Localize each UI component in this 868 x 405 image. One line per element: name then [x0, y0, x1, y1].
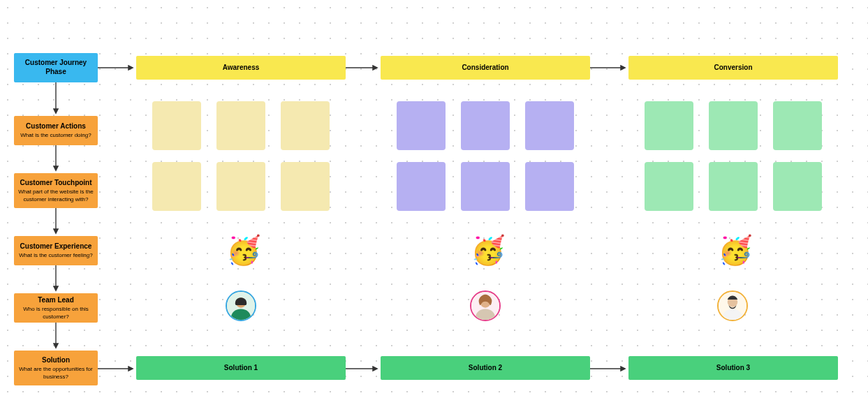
sticky-consideration-touchpoint-3[interactable]	[525, 162, 574, 211]
phase-conversion[interactable]: Conversion	[628, 56, 838, 80]
row-customer-experience[interactable]: Customer Experience What is the customer…	[14, 236, 98, 265]
arrow-down-4	[55, 265, 57, 293]
sticky-awareness-action-1[interactable]	[152, 101, 201, 150]
sticky-conversion-action-1[interactable]	[645, 101, 693, 150]
sticky-conversion-action-2[interactable]	[709, 101, 758, 150]
row-teamlead-sub: Who is responsible on this customer?	[14, 306, 98, 321]
sticky-awareness-action-2[interactable]	[216, 101, 265, 150]
avatar-awareness[interactable]	[226, 290, 256, 321]
arrow-down-2	[55, 145, 57, 173]
arrow-down-3	[55, 208, 57, 236]
solution-2-label: Solution 2	[469, 363, 502, 372]
row-solution[interactable]: Solution What are the opportunities for …	[14, 351, 98, 385]
row-customer-touchpoint[interactable]: Customer Touchpoint What part of the web…	[14, 173, 98, 208]
journey-phase-label[interactable]: Customer Journey Phase	[14, 53, 98, 82]
sticky-awareness-touchpoint-1[interactable]	[152, 162, 201, 211]
avatar-consideration[interactable]	[470, 290, 501, 321]
sticky-awareness-touchpoint-2[interactable]	[216, 162, 265, 211]
avatar-icon	[471, 292, 499, 320]
phase-consideration[interactable]: Consideration	[381, 56, 590, 80]
solution-1[interactable]: Solution 1	[136, 356, 346, 380]
avatar-icon	[719, 292, 746, 320]
row-solution-sub: What are the opportunities for business?	[14, 366, 98, 381]
avatar-icon	[227, 292, 255, 320]
arrow-solution-1-2	[346, 368, 381, 369]
solution-1-label: Solution 1	[224, 363, 258, 372]
arrow-down-1	[55, 82, 57, 116]
row-customer-actions[interactable]: Customer Actions What is the customer do…	[14, 116, 98, 145]
party-emoji-icon[interactable]: 🥳	[471, 236, 506, 264]
sticky-consideration-action-3[interactable]	[525, 101, 574, 150]
arrow-solution-to-1	[98, 368, 136, 369]
sticky-conversion-touchpoint-3[interactable]	[773, 162, 822, 211]
arrow-down-5	[55, 323, 57, 351]
sticky-consideration-action-2[interactable]	[461, 101, 510, 150]
row-experience-title: Customer Experience	[20, 242, 92, 251]
row-experience-sub: What is the customer feeling?	[19, 252, 92, 259]
arrow-awareness-consideration	[346, 67, 381, 68]
row-actions-title: Customer Actions	[26, 122, 86, 131]
party-emoji-icon[interactable]: 🥳	[718, 236, 753, 264]
sticky-consideration-touchpoint-1[interactable]	[397, 162, 446, 211]
sticky-consideration-touchpoint-2[interactable]	[461, 162, 510, 211]
avatar-conversion[interactable]	[717, 290, 748, 321]
arrow-phase-to-awareness	[98, 67, 136, 68]
phase-consideration-label: Consideration	[462, 63, 508, 72]
sticky-conversion-touchpoint-1[interactable]	[645, 162, 693, 211]
phase-title: Customer Journey Phase	[14, 58, 98, 76]
row-touchpoint-sub: What part of the website is the customer…	[14, 189, 98, 203]
arrow-solution-2-3	[590, 368, 628, 369]
phase-conversion-label: Conversion	[714, 63, 752, 72]
sticky-awareness-touchpoint-3[interactable]	[281, 162, 330, 211]
phase-awareness-label: Awareness	[223, 63, 260, 72]
sticky-awareness-action-3[interactable]	[281, 101, 330, 150]
solution-3-label: Solution 3	[716, 363, 750, 372]
row-touchpoint-title: Customer Touchpoint	[20, 178, 91, 187]
sticky-conversion-touchpoint-2[interactable]	[709, 162, 758, 211]
sticky-consideration-action-1[interactable]	[397, 101, 446, 150]
arrow-consideration-conversion	[590, 67, 628, 68]
solution-3[interactable]: Solution 3	[628, 356, 838, 380]
sticky-conversion-action-3[interactable]	[773, 101, 822, 150]
row-solution-title: Solution	[42, 355, 70, 364]
solution-2[interactable]: Solution 2	[381, 356, 590, 380]
phase-awareness[interactable]: Awareness	[136, 56, 346, 80]
row-teamlead-title: Team Lead	[38, 295, 74, 304]
row-team-lead[interactable]: Team Lead Who is responsible on this cus…	[14, 293, 98, 323]
party-emoji-icon[interactable]: 🥳	[226, 236, 261, 264]
row-actions-sub: What is the customer doing?	[20, 132, 91, 139]
